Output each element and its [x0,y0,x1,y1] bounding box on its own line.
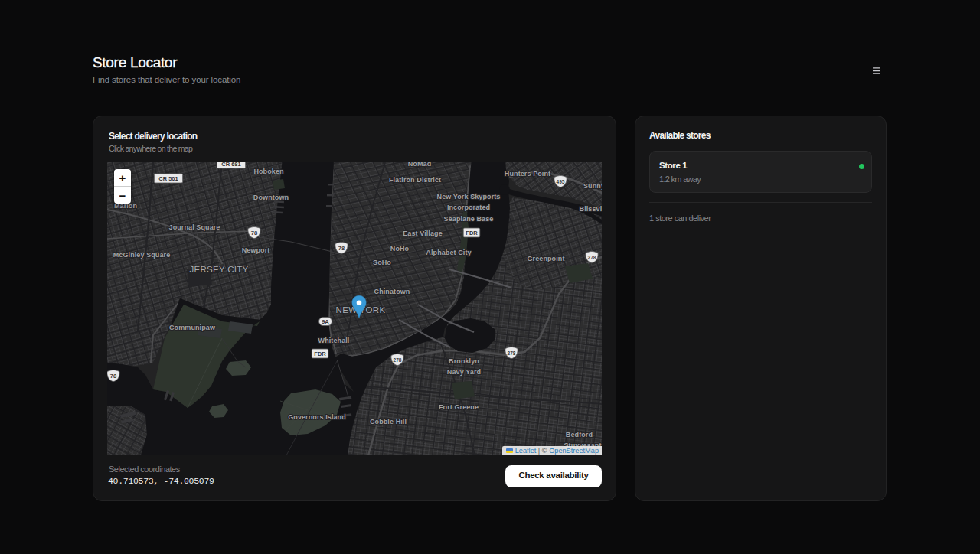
svg-text:Journal Square: Journal Square [169,223,220,231]
svg-text:78: 78 [251,230,257,236]
svg-text:Seaplane Base: Seaplane Base [444,215,494,223]
svg-text:FDR: FDR [314,350,326,357]
svg-text:FDR: FDR [466,230,478,236]
svg-text:JERSEY CITY: JERSEY CITY [189,265,248,274]
svg-text:Hunters Point: Hunters Point [505,170,550,178]
svg-text:Downtown: Downtown [253,194,289,201]
svg-text:New York Skyports: New York Skyports [437,193,501,200]
svg-text:McGinley Square: McGinley Square [113,251,171,259]
svg-text:Greenpoint: Greenpoint [527,255,564,262]
svg-text:9A: 9A [322,318,329,325]
svg-text:278: 278 [508,350,516,356]
svg-text:Incorporated: Incorporated [447,204,490,211]
svg-text:278: 278 [394,357,402,363]
svg-text:NoMad: NoMad [408,162,432,168]
svg-text:Whitehall: Whitehall [318,337,350,344]
svg-text:Flatiron District: Flatiron District [389,176,441,184]
svg-text:78: 78 [110,373,116,380]
svg-text:Brooklyn: Brooklyn [449,357,479,365]
svg-text:278: 278 [588,255,596,260]
svg-text:Blissvill: Blissvill [580,205,602,213]
svg-text:Navy Yard: Navy Yard [447,368,481,376]
svg-text:Alphabet City: Alphabet City [426,249,471,256]
svg-text:CR 501: CR 501 [158,175,178,182]
svg-text:Hoboken: Hoboken [253,168,283,175]
svg-text:Sunny: Sunny [583,182,602,190]
svg-text:Fort Greene: Fort Greene [439,403,479,411]
svg-text:SoHo: SoHo [373,259,391,266]
svg-text:Chinatown: Chinatown [374,288,410,295]
svg-text:Bedford-: Bedford- [566,431,595,438]
svg-text:CR 681: CR 681 [221,162,240,168]
svg-text:78: 78 [338,245,345,252]
svg-text:Newport: Newport [242,246,270,254]
svg-text:Communipaw: Communipaw [169,324,216,331]
svg-text:Cobble Hill: Cobble Hill [370,418,407,425]
svg-text:NoHo: NoHo [390,245,410,253]
svg-text:495: 495 [557,179,565,184]
svg-text:East Village: East Village [403,230,443,237]
svg-text:Governors Island: Governors Island [288,413,346,421]
